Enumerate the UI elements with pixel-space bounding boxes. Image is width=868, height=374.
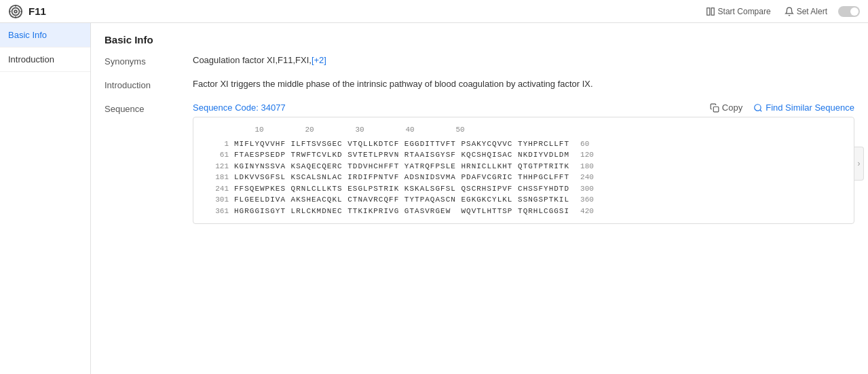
sequence-row: Sequence Sequence Code: 34077 Copy (105, 102, 854, 224)
copy-button[interactable]: Copy (710, 102, 742, 113)
synonyms-row: Synonyms Coagulation factor XI,F11,FXI,[… (105, 55, 854, 67)
svg-point-1 (12, 7, 20, 15)
seq-ruler: 10 20 30 40 50 (202, 124, 846, 136)
seq-line-4: 181LDKVVSGFSL KSCALSNLAC IRDIFPNTVF ADSN… (202, 172, 846, 183)
seq-line-2: 61FTAESPSEDP TRWFTCVLKD SVTETLPRVN RTAAI… (202, 149, 846, 161)
sidebar-item-basic-info[interactable]: Basic Info (0, 23, 90, 48)
entity-title: F11 (29, 5, 46, 17)
sidebar: Basic Info Introduction (0, 23, 91, 374)
synonyms-value: Coagulation factor XI,F11,FXI,[+2] (193, 55, 854, 65)
svg-rect-9 (713, 107, 719, 112)
start-compare-label: Start Compare (718, 7, 771, 16)
seq-line-3: 121KGINYNSSVA KSAQECQERC TDDVHCHFFT YATR… (202, 161, 846, 172)
svg-line-11 (760, 109, 762, 111)
start-compare-button[interactable]: Start Compare (703, 5, 774, 18)
sidebar-item-introduction[interactable]: Introduction (0, 48, 90, 72)
sequence-header: Sequence Code: 34077 Copy Fi (193, 102, 854, 113)
main-content: Basic Info Synonyms Coagulation factor X… (91, 23, 868, 374)
synonyms-more-link[interactable]: [+2] (312, 55, 326, 65)
svg-point-10 (755, 104, 761, 110)
main-layout: Basic Info Introduction Basic Info Synon… (0, 23, 868, 374)
svg-rect-8 (711, 7, 714, 15)
expand-handle[interactable]: › (854, 147, 864, 181)
copy-icon (710, 103, 719, 113)
seq-line-5: 241FFSQEWPKES QRNLCLLKTS ESGLPSTRIK KSKA… (202, 183, 846, 195)
target-icon (8, 4, 23, 19)
toggle-switch[interactable] (838, 6, 860, 17)
introduction-row: Introduction Factor XI triggers the midd… (105, 79, 854, 90)
alert-icon (785, 7, 794, 16)
compare-icon (706, 7, 715, 16)
section-title: Basic Info (105, 34, 854, 45)
synonyms-label: Synonyms (105, 55, 193, 67)
find-similar-button[interactable]: Find Similar Sequence (753, 102, 854, 113)
introduction-label: Introduction (105, 79, 193, 90)
sequence-label: Sequence (105, 102, 193, 114)
sequence-container: Sequence Code: 34077 Copy Fi (193, 102, 854, 224)
introduction-value: Factor XI triggers the middle phase of t… (193, 79, 854, 89)
top-header: F11 Start Compare Set Alert (0, 0, 868, 23)
seq-line-7: 361HGRGGISGYT LRLCKMDNEC TTKIKPRIVG GTAS… (202, 206, 846, 217)
seq-line-6: 301FLGEELDIVA AKSHEACQKL CTNAVRCQFF TYTP… (202, 194, 846, 206)
svg-point-2 (14, 10, 17, 13)
sequence-actions: Copy Find Similar Sequence (710, 102, 854, 113)
set-alert-button[interactable]: Set Alert (782, 5, 830, 18)
header-left: F11 (8, 4, 46, 19)
set-alert-label: Set Alert (797, 7, 827, 16)
header-right: Start Compare Set Alert (703, 5, 860, 18)
seq-line-1: 1MIFLYQVVHF ILFTSVSGEC VTQLLKDTCF EGGDIT… (202, 138, 846, 150)
svg-rect-7 (706, 7, 709, 15)
find-similar-icon (753, 103, 763, 113)
sequence-code-link[interactable]: Sequence Code: 34077 (193, 102, 286, 113)
sequence-box[interactable]: 10 20 30 40 50 1MIFLYQVVHF ILFTSVSGEC VT… (193, 117, 854, 224)
